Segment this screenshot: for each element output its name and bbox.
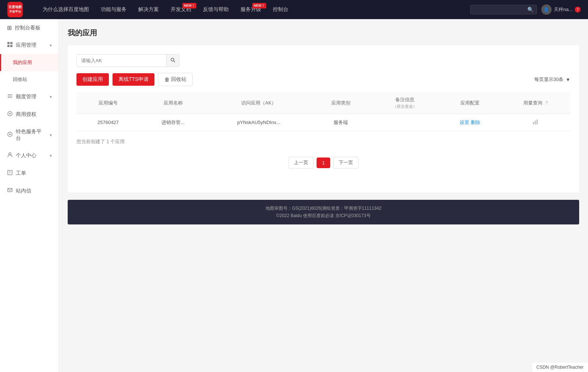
- cell-ak: pYNskAU5yNDInx...: [206, 114, 311, 131]
- svg-rect-22: [535, 121, 536, 124]
- cell-config: 设置 删除: [439, 114, 501, 131]
- footer: 地图审图号：GS(2021)6026|测绘资质：甲测资字11111342 ©20…: [68, 200, 579, 224]
- action-row: 创建应用 离线TTS申请 🗑 回收站 每页显示30条 ▼: [76, 73, 570, 86]
- dashboard-icon: ⊞: [7, 24, 12, 31]
- ak-search-input[interactable]: [77, 55, 166, 66]
- user-name: 天秤na...: [554, 6, 573, 13]
- col-header-usage: 用量查询 ?: [501, 92, 570, 114]
- table-row: 25760427 进销存管... pYNskAU5yNDInx... 服务端 设…: [76, 114, 570, 131]
- svg-point-11: [9, 113, 11, 114]
- nav-item-console[interactable]: 控制台: [267, 0, 294, 19]
- sidebar-item-messages[interactable]: 站内信: [0, 182, 58, 200]
- page-title: 我的应用: [68, 28, 579, 38]
- app-manage-arrow: ▼: [49, 43, 53, 47]
- search-row: [76, 54, 570, 67]
- pagination: 上一页 1 下一页: [76, 157, 570, 169]
- sidebar-item-quota[interactable]: 额度管理 ▼: [0, 88, 58, 106]
- sidebar-item-app-manage[interactable]: 应用管理 ▼: [0, 36, 58, 54]
- csdn-badge: CSDN @RobertTeacher: [532, 362, 588, 372]
- logo[interactable]: 百度地图 开放平台: [7, 2, 26, 17]
- nav-right: 🔍 👤 天秤na... 7: [470, 4, 581, 15]
- col-header-id: 应用编号: [76, 92, 140, 114]
- top-search-box[interactable]: 🔍: [470, 5, 537, 14]
- sidebar-item-recycle[interactable]: 回收站: [0, 71, 58, 88]
- per-page-arrow: ▼: [566, 77, 570, 82]
- usage-help-icon[interactable]: ?: [545, 100, 548, 106]
- top-navigation: 百度地图 开放平台 为什么选择百度地图 功能与服务 解决方案 开发文档 NEW！…: [0, 0, 588, 19]
- top-search-input[interactable]: [474, 7, 525, 13]
- records-count: 您当前创建了 1 个应用: [76, 135, 570, 148]
- per-page-select: 每页显示30条 ▼: [534, 76, 570, 83]
- col-header-config: 应用配置: [439, 92, 501, 114]
- notification-badge[interactable]: 7: [575, 7, 581, 13]
- nav-items: 为什么选择百度地图 功能与服务 解决方案 开发文档 NEW！ 反馈与帮助 服务升…: [37, 0, 470, 19]
- svg-rect-5: [7, 45, 10, 47]
- sidebar-item-my-apps[interactable]: 我的应用: [0, 54, 58, 71]
- content-card: 创建应用 离线TTS申请 🗑 回收站 每页显示30条 ▼ 应用编号: [68, 45, 579, 192]
- cell-usage: [501, 114, 570, 131]
- svg-line-20: [174, 61, 175, 63]
- create-app-button[interactable]: 创建应用: [76, 73, 109, 86]
- nav-item-upgrade[interactable]: 服务升级 NEW！: [235, 0, 267, 19]
- nav-item-docs[interactable]: 开发文档 NEW！: [165, 0, 197, 19]
- personal-icon: [7, 152, 13, 159]
- commercial-icon: [7, 111, 13, 118]
- nav-item-solutions[interactable]: 解决方案: [132, 0, 165, 19]
- recycle-icon: 🗑: [164, 77, 170, 82]
- sidebar-item-personal[interactable]: 个人中心 ▼: [0, 147, 58, 164]
- col-header-remark: 备注信息 （双击更改）: [370, 92, 439, 114]
- user-area[interactable]: 👤 天秤na... 7: [541, 4, 581, 15]
- prev-page-button[interactable]: 上一页: [288, 157, 314, 169]
- sidebar-item-dashboard[interactable]: ⊞ 控制台看板: [0, 19, 58, 36]
- main-content: 我的应用 创建应用 离线TTS申请: [59, 19, 588, 372]
- svg-point-19: [171, 58, 174, 61]
- svg-rect-4: [10, 42, 13, 44]
- user-avatar: 👤: [541, 4, 552, 15]
- page-layout: ⊞ 控制台看板 应用管理 ▼ 我的应用 回收站: [0, 19, 588, 372]
- config-delete-link[interactable]: 删除: [471, 120, 480, 125]
- cell-remark[interactable]: [370, 114, 439, 131]
- upgrade-new-badge: NEW！: [252, 3, 266, 8]
- sidebar-item-commercial[interactable]: 商用授权: [0, 106, 58, 123]
- footer-line1: 地图审图号：GS(2021)6026|测绘资质：甲测资字11111342: [72, 205, 575, 212]
- footer-line2: ©2022 Baidu 使用百度前必读 京ICP证030173号: [72, 213, 575, 219]
- config-setup-link[interactable]: 设置: [460, 120, 469, 125]
- workbench-icon: [7, 170, 13, 177]
- col-header-name: 应用名称: [140, 92, 206, 114]
- next-page-button[interactable]: 下一页: [333, 157, 359, 169]
- sidebar-item-feature-platform[interactable]: 特色服务平台 ▼: [0, 123, 58, 147]
- svg-rect-15: [8, 170, 12, 175]
- col-header-ak: 访问应用（AK）: [206, 92, 311, 114]
- svg-text:开放平台: 开放平台: [9, 10, 21, 13]
- nav-item-services[interactable]: 功能与服务: [95, 0, 132, 19]
- docs-new-badge: NEW！: [182, 3, 196, 8]
- ak-search-button[interactable]: [166, 54, 179, 67]
- app-manage-icon: [7, 42, 13, 49]
- app-table: 应用编号 应用名称 访问应用（AK） 应用类别: [76, 92, 570, 131]
- tts-apply-button[interactable]: 离线TTS申请: [113, 73, 154, 86]
- ak-search-box: [76, 54, 179, 67]
- personal-arrow: ▼: [49, 154, 53, 158]
- cell-app-name: 进销存管...: [140, 114, 206, 131]
- top-search-icon[interactable]: 🔍: [527, 7, 534, 13]
- svg-rect-3: [7, 42, 10, 44]
- feature-platform-arrow: ▼: [49, 133, 53, 137]
- svg-rect-6: [10, 45, 13, 47]
- svg-rect-23: [537, 120, 538, 124]
- recycle-bin-button[interactable]: 🗑 回收站: [158, 73, 193, 86]
- cell-app-type: 服务端: [311, 114, 370, 131]
- messages-icon: [7, 187, 13, 195]
- nav-item-why[interactable]: 为什么选择百度地图: [37, 0, 95, 19]
- sidebar-item-workbench[interactable]: 工单: [0, 164, 58, 182]
- svg-text:百度地图: 百度地图: [8, 5, 22, 9]
- svg-point-13: [9, 134, 11, 135]
- col-header-type: 应用类别: [311, 92, 370, 114]
- usage-chart-icon[interactable]: [532, 120, 539, 126]
- nav-item-feedback[interactable]: 反馈与帮助: [197, 0, 235, 19]
- svg-rect-21: [533, 122, 534, 124]
- logo-icon: 百度地图 开放平台: [7, 2, 23, 17]
- quota-icon: [7, 93, 13, 100]
- sidebar: ⊞ 控制台看板 应用管理 ▼ 我的应用 回收站: [0, 19, 59, 372]
- page-1-button[interactable]: 1: [317, 157, 330, 168]
- feature-platform-icon: [7, 131, 13, 139]
